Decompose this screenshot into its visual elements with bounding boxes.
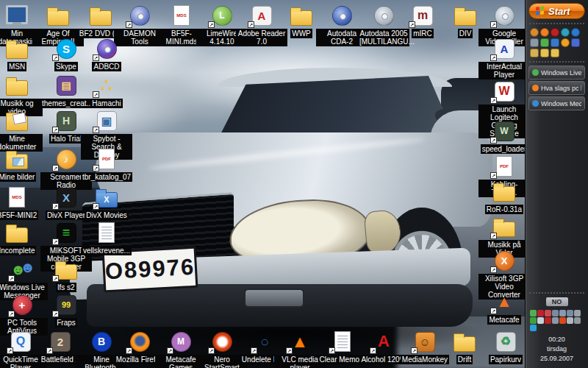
tbr-katalog-07-icon: PDF↗: [92, 147, 121, 171]
windows-live-messenger-icon: ↗: [7, 258, 37, 281]
alcohol-120-icon: A↗: [369, 330, 398, 353]
vellskrevene-label: vellskrevene...: [82, 246, 132, 255]
desktop-icon-divx-movies[interactable]: X↗DivX Movies: [80, 185, 133, 220]
desktop-icon-speed-loader[interactable]: W↗speed_loader: [478, 119, 531, 154]
task-button-label: Windows Live M...: [541, 69, 581, 77]
quicklaunch-internet-explorer-icon[interactable]: [571, 28, 580, 37]
tray-hamachi-icon[interactable]: [530, 317, 537, 324]
desktop-icon-lfs-s2[interactable]: ↗lfs s2: [40, 258, 93, 292]
quicklaunch-folder-1-icon[interactable]: [540, 49, 549, 57]
quicklaunch-opera-icon[interactable]: [551, 28, 559, 37]
papirkurv-icon: ♻: [491, 330, 520, 353]
shortcut-arrow-icon: ↗: [126, 21, 132, 28]
quicklaunch-firefox-icon[interactable]: [540, 28, 549, 37]
quicklaunch-winamp-icon[interactable]: [530, 28, 539, 37]
shortcut-arrow-icon: ↗: [370, 347, 376, 354]
quicklaunch-screamer-radio-icon[interactable]: [561, 38, 570, 47]
tray-swirl-app-icon[interactable]: [574, 310, 581, 316]
xilisoft-3gp-video-converter-glyph: X: [501, 256, 508, 266]
taskbar: Start Windows Live M...Hva slags pc ba..…: [525, 0, 588, 368]
shortcut-arrow-icon: ↗: [52, 54, 59, 61]
task-buttons-area: Windows Live M...Hva slags pc ba...Windo…: [526, 64, 588, 112]
divx-movies-icon: X↗: [92, 185, 121, 209]
halo-trial-glyph: H: [62, 116, 70, 126]
battlefield-2-icon: 2↗: [46, 330, 75, 353]
quicklaunch-windows-live-messenger-icon[interactable]: [540, 38, 549, 47]
shortcut-arrow-icon: ↗: [490, 97, 497, 104]
spybot-search-destroy-glyph: ▣: [101, 116, 112, 127]
quicklaunch-windows-media-player-icon[interactable]: [530, 38, 539, 47]
desktop-icon-fraps[interactable]: 99↗Fraps: [40, 293, 93, 328]
shortcut-arrow-icon: ↗: [93, 91, 99, 98]
limewire-4-14-10-glyph: L: [219, 11, 224, 20]
tray-antivirus-shield-icon[interactable]: [537, 310, 544, 316]
tray-network-monitors-icon[interactable]: [552, 310, 559, 316]
desktop-icon-vellskrevene[interactable]: vellskrevene...: [80, 221, 133, 255]
quicklaunch-folder-2-icon[interactable]: [551, 49, 559, 57]
tray-tool-icon[interactable]: [567, 317, 573, 324]
shortcut-arrow-icon: ↗: [52, 127, 59, 133]
ror-0-31a-icon: [490, 180, 519, 203]
interactual-player-glyph: A: [501, 43, 509, 54]
desktop-icon-interactual-player[interactable]: A↗InterActual Player: [478, 37, 531, 79]
tray-network-monitors-2-icon[interactable]: [567, 310, 573, 316]
tray-help-icon[interactable]: [574, 317, 581, 324]
vellskrevene-icon: [92, 221, 121, 244]
vlc-media-player-glyph: ▲: [292, 333, 309, 350]
interactual-player-label: InterActual Player: [478, 62, 530, 79]
metacafe-icon: ▲↗: [490, 290, 519, 314]
musikk-p-vidar-icon: ↗: [490, 215, 519, 238]
drift-label: Drift: [456, 355, 473, 364]
tray-opera-tray-icon[interactable]: [559, 317, 566, 324]
adobe-reader-7-0-icon: A↗: [247, 4, 276, 27]
tray-ati-icon[interactable]: [545, 317, 551, 324]
skype-label: Skype: [54, 62, 78, 71]
desktop-icon-mine-bilder[interactable]: Mine bilder: [0, 147, 43, 182]
tray-red-app-icon[interactable]: [545, 310, 551, 316]
quicklaunch-messenger-swirl-icon[interactable]: [561, 28, 570, 37]
shortcut-arrow-icon: ↗: [490, 233, 497, 239]
incomplete-icon: [2, 221, 32, 244]
shortcut-arrow-icon: ↗: [52, 203, 59, 210]
adbcd-icon: ↗: [92, 37, 121, 60]
task-button-windows-media[interactable]: Windows Media...: [528, 96, 585, 110]
start-button[interactable]: Start: [528, 3, 585, 19]
tray-display-icon[interactable]: [552, 317, 559, 324]
tray-quicktime-tray-icon[interactable]: [530, 325, 537, 331]
language-indicator[interactable]: NO: [546, 297, 568, 306]
quick-launch-area: [526, 26, 588, 60]
themes-creat-icon: ▤: [51, 74, 81, 97]
desktop-icon-hamachi[interactable]: ∴↗Hamachi: [80, 74, 133, 108]
quicklaunch-photo-viewer-icon[interactable]: [551, 38, 559, 47]
daemon-tools-icon: ↗: [125, 4, 154, 27]
desktop-icon-ror-0-31a[interactable]: RoR-0.31a: [478, 180, 531, 214]
task-button-hva-slags-pc-ba[interactable]: Hva slags pc ba...: [528, 81, 585, 95]
desktop-icon-metacafe[interactable]: ▲↗Metacafe: [478, 290, 531, 325]
desktop-icon-bf5f-mini2[interactable]: MDSBF5F-MINI2: [0, 185, 43, 220]
desktop-icon-adbcd[interactable]: ↗ADBCD: [80, 37, 133, 71]
desktop-icon-tbr-katalog-07[interactable]: PDF↗tbr_katalog_07: [80, 147, 133, 182]
shortcut-arrow-icon: ↗: [490, 308, 497, 314]
fraps-icon: 99↗: [51, 293, 81, 316]
taskbar-clock[interactable]: 00:20 tirsdag 25.09.2007: [526, 333, 588, 368]
quicktime-player-glyph: Q: [16, 336, 25, 347]
desktop-icon-incomplete[interactable]: Incomplete: [0, 221, 43, 255]
launch-logitech-gaming-software-icon: W↗: [490, 79, 519, 103]
nero-startsmart-icon: ↗: [207, 330, 237, 353]
shortcut-arrow-icon: ↗: [93, 127, 99, 133]
shortcut-arrow-icon: ↗: [409, 21, 415, 28]
miksoft-mobile-3gp-converter-icon: ≡↗: [51, 221, 81, 244]
quicklaunch-archive-folder-icon[interactable]: [530, 49, 539, 57]
desktop-icon-msn[interactable]: MSN: [0, 37, 43, 71]
quicklaunch-blue-app-icon[interactable]: [571, 38, 580, 47]
shortcut-arrow-icon: ↗: [167, 347, 173, 354]
tray-messenger-status-icon[interactable]: [530, 310, 537, 316]
tray-display-audio-icon[interactable]: [559, 310, 566, 316]
ror-0-31a-label: RoR-0.31a: [485, 205, 523, 214]
tray-phone-icon[interactable]: [537, 317, 544, 324]
desktop-icon-mine-dokumenter[interactable]: Mine dokumenter: [0, 109, 43, 152]
shortcut-arrow-icon: ↗: [7, 347, 13, 354]
shortcut-arrow-icon: ↗: [52, 311, 59, 317]
task-button-windows-live-m[interactable]: Windows Live M...: [528, 66, 585, 79]
papirkurv-glyph: ♻: [501, 336, 511, 347]
